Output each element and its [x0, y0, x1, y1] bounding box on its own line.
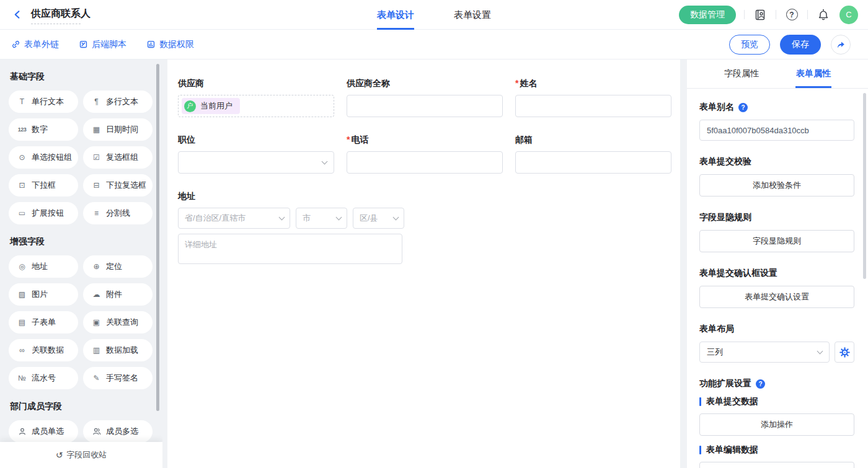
- field-pill-single-line-text[interactable]: T单行文本: [9, 91, 78, 113]
- bar-chart-icon: ▥: [91, 346, 102, 355]
- field-pill-number[interactable]: 123数字: [9, 118, 78, 141]
- back-chevron-icon: [12, 9, 23, 20]
- toolbar-links: 表单外链 后端脚本 数据权限: [11, 39, 194, 50]
- help-icon[interactable]: ?: [738, 103, 748, 112]
- subform-icon: ▤: [17, 318, 27, 327]
- tab-form-properties[interactable]: 表单属性: [795, 60, 832, 88]
- position-select[interactable]: [178, 151, 334, 174]
- location-pin-icon: ◎: [17, 262, 27, 271]
- field-pill-relation-query[interactable]: ▣关联查询: [83, 311, 153, 333]
- relation-data-icon: ∞: [17, 346, 27, 355]
- divider-line-icon: ≡: [91, 209, 102, 218]
- cloud-upload-icon: ☁: [91, 290, 102, 299]
- field-pill-handwritten-signature[interactable]: ✎手写签名: [83, 367, 153, 389]
- field-supplier[interactable]: 供应商 户 当前用户: [178, 78, 334, 117]
- required-mark: *: [515, 78, 518, 88]
- field-pill-divider-line[interactable]: ≡分割线: [83, 202, 153, 224]
- page-title[interactable]: 供应商联系人: [31, 7, 91, 22]
- tab-form-settings[interactable]: 表单设置: [454, 0, 491, 30]
- image-icon: ▨: [17, 290, 27, 299]
- field-visibility-rules-button[interactable]: 字段显隐规则: [699, 230, 854, 252]
- form-layout-select[interactable]: 三列: [699, 342, 830, 363]
- field-pill-select[interactable]: ⊡下拉框: [9, 174, 78, 196]
- data-permission-link[interactable]: 数据权限: [146, 39, 194, 50]
- field-pill-serial-number[interactable]: №流水号: [9, 367, 78, 389]
- data-manage-button[interactable]: 数据管理: [679, 6, 736, 24]
- add-submit-action-button[interactable]: 添加操作: [699, 413, 854, 436]
- panel-scrollbar[interactable]: [863, 93, 866, 279]
- section-title-enhanced-fields: 增强字段: [10, 236, 153, 247]
- field-supplier-fullname[interactable]: 供应商全称: [347, 78, 503, 117]
- city-select[interactable]: 市: [296, 208, 347, 229]
- field-recycle-bin-button[interactable]: ↺ 字段回收站: [0, 442, 162, 468]
- chevron-down-icon: [393, 214, 399, 220]
- field-phone[interactable]: *电话: [347, 135, 503, 174]
- relation-query-icon: ▣: [91, 318, 102, 327]
- people-icon: [91, 427, 102, 436]
- help-icon[interactable]: ?: [756, 379, 765, 389]
- multi-select-icon: ⊟: [91, 181, 102, 190]
- field-pill-checkbox-group[interactable]: ☑复选框组: [83, 146, 153, 169]
- add-validation-condition-button[interactable]: 添加校验条件: [699, 174, 854, 196]
- layout-settings-button[interactable]: [835, 342, 854, 363]
- subsection-edit-data: 表单编辑数据 添加操作: [699, 444, 854, 468]
- field-pill-data-loading[interactable]: ▥数据加载: [83, 339, 153, 361]
- contact-book-icon[interactable]: [753, 7, 768, 22]
- form-alias-input[interactable]: [699, 120, 854, 141]
- field-label: 职位: [178, 135, 334, 146]
- back-button[interactable]: [10, 7, 25, 22]
- current-user-tag[interactable]: 户 当前用户: [182, 98, 240, 114]
- chevron-down-icon: [279, 214, 285, 220]
- field-pill-multi-line-text[interactable]: ¶多行文本: [83, 91, 153, 113]
- required-mark: *: [347, 135, 350, 144]
- field-address[interactable]: 地址 省/自治区/直辖市 市 区/县: [178, 191, 503, 267]
- field-pill-radio-group[interactable]: ⊙单选按钮组: [9, 146, 78, 169]
- form-design-canvas[interactable]: 供应商 户 当前用户 供应商全称 *姓名 职位: [167, 60, 680, 468]
- field-pill-member-single[interactable]: 成员单选: [9, 420, 78, 443]
- multi-line-text-icon: ¶: [91, 97, 102, 106]
- field-pill-member-multi[interactable]: 成员多选: [83, 420, 153, 443]
- phone-input[interactable]: [347, 151, 503, 174]
- app-header: 供应商联系人 表单设计 表单设置 数据管理 ? C: [0, 0, 868, 30]
- name-input[interactable]: [515, 95, 671, 117]
- backend-script-link[interactable]: 后端脚本: [79, 39, 126, 50]
- province-select[interactable]: 省/自治区/直辖市: [178, 208, 290, 229]
- properties-panel: 字段属性 表单属性 表单别名 ? 表单提交校验 添加校验条件 字段显隐规则 字段…: [687, 60, 868, 468]
- field-pill-attachment[interactable]: ☁附件: [83, 283, 153, 306]
- save-button[interactable]: 保存: [780, 35, 821, 55]
- field-pill-subform[interactable]: ▤子表单: [9, 311, 78, 333]
- tab-field-properties[interactable]: 字段属性: [723, 60, 760, 88]
- field-label: *姓名: [515, 78, 671, 89]
- header-right: 数据管理 ? C: [679, 6, 858, 24]
- target-icon: ⊕: [91, 262, 102, 271]
- field-pill-datetime[interactable]: ▦日期时间: [83, 118, 153, 141]
- field-label: 供应商全称: [347, 78, 503, 89]
- field-pill-address[interactable]: ◎地址: [9, 255, 78, 278]
- field-pill-image[interactable]: ▨图片: [9, 283, 78, 306]
- field-pill-relation-data[interactable]: ∞关联数据: [9, 339, 78, 361]
- divider: [744, 10, 745, 19]
- user-avatar[interactable]: C: [839, 6, 858, 24]
- field-pill-multi-select[interactable]: ⊟下拉复选框: [83, 174, 153, 196]
- notification-bell-icon[interactable]: [816, 7, 831, 22]
- field-email[interactable]: 邮箱: [515, 135, 671, 174]
- sidebar-scrollbar[interactable]: [156, 64, 159, 411]
- supplier-relation-input[interactable]: 户 当前用户: [178, 95, 334, 117]
- subsection-submit-data: 表单提交数据 添加操作: [699, 396, 854, 436]
- field-pill-geolocation[interactable]: ⊕定位: [83, 255, 153, 278]
- form-external-link[interactable]: 表单外链: [11, 39, 59, 50]
- preview-button[interactable]: 预览: [729, 35, 770, 55]
- submit-confirm-settings-button[interactable]: 表单提交确认设置: [699, 286, 854, 308]
- supplier-fullname-input[interactable]: [347, 95, 503, 117]
- help-icon[interactable]: ?: [784, 7, 799, 22]
- add-edit-action-button[interactable]: 添加操作: [699, 462, 854, 468]
- address-detail-textarea[interactable]: [178, 234, 402, 264]
- district-select[interactable]: 区/县: [353, 208, 404, 229]
- email-input[interactable]: [515, 151, 671, 174]
- tab-form-design[interactable]: 表单设计: [377, 0, 414, 30]
- field-name[interactable]: *姓名: [515, 78, 671, 117]
- share-button[interactable]: [831, 35, 851, 55]
- field-position[interactable]: 职位: [178, 135, 334, 174]
- field-pill-extend-button[interactable]: ▭扩展按钮: [9, 202, 78, 224]
- gear-icon: [839, 347, 850, 358]
